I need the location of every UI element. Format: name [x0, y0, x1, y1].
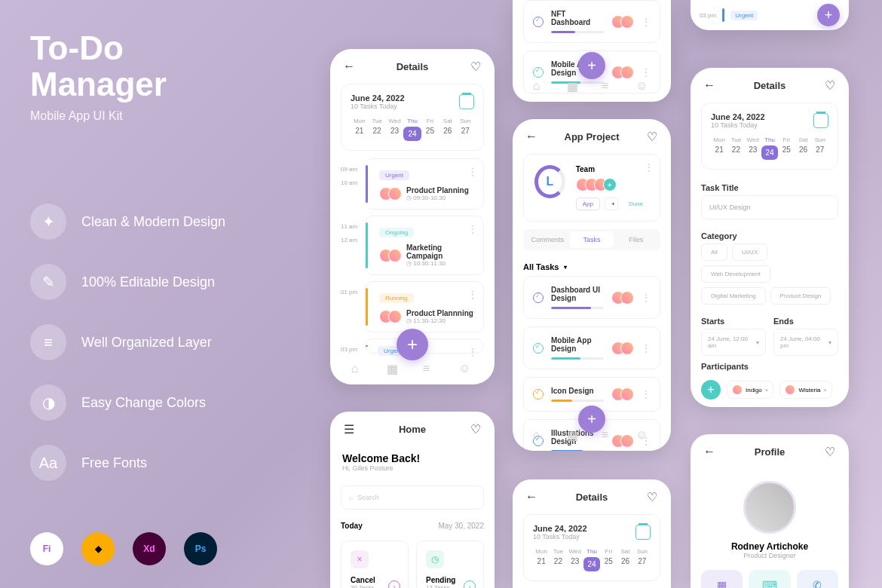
- more-icon[interactable]: ⋮: [645, 162, 654, 173]
- day-cell[interactable]: Sun27: [812, 136, 828, 160]
- category-chip[interactable]: UI/UX: [732, 243, 767, 261]
- feature-text: 100% Editable Design: [81, 274, 215, 290]
- nav-home-icon[interactable]: ⌂: [351, 362, 366, 377]
- back-icon[interactable]: ←: [525, 130, 538, 143]
- nav-list-icon[interactable]: ≡: [423, 362, 438, 377]
- task-card[interactable]: Running ⋮ Product Plannning◷ 11:30-12:30: [365, 281, 484, 332]
- nav-home-icon[interactable]: ⌂: [533, 428, 548, 443]
- close-icon: ×: [351, 550, 369, 568]
- calendar-icon[interactable]: [813, 113, 828, 128]
- nav-home-icon[interactable]: ⌂: [533, 79, 548, 94]
- tab-tasks[interactable]: Tasks: [570, 231, 614, 248]
- day-cell[interactable]: Fri25: [600, 548, 617, 571]
- more-icon[interactable]: ⋮: [468, 289, 477, 300]
- day-cell[interactable]: Sat26: [795, 136, 811, 160]
- day-cell[interactable]: Mon21: [351, 118, 368, 141]
- nav-profile-icon[interactable]: ☺: [635, 428, 651, 443]
- back-icon[interactable]: ←: [342, 60, 356, 73]
- day-cell[interactable]: Tue22: [368, 118, 385, 141]
- tab-comments[interactable]: Comments: [525, 231, 570, 248]
- nav-list-icon[interactable]: ≡: [602, 428, 617, 443]
- day-cell[interactable]: Fri25: [421, 118, 439, 141]
- day-cell[interactable]: Tue22: [727, 136, 744, 160]
- day-cell[interactable]: Sun27: [634, 548, 651, 571]
- task-item[interactable]: NFT Dashboard ⋮: [523, 0, 660, 43]
- task-item[interactable]: Mobile App Design ⋮: [523, 326, 660, 369]
- profile-action-calendar[interactable]: ▦ Calendar: [701, 570, 743, 588]
- cancel-card[interactable]: × Cancel 30 Tasks ›: [341, 541, 409, 588]
- bell-icon[interactable]: ♡: [823, 78, 837, 92]
- category-label: Category: [691, 225, 849, 243]
- bell-icon[interactable]: ♡: [645, 130, 659, 143]
- screen-title: Details: [576, 492, 608, 503]
- bell-icon[interactable]: ♡: [645, 490, 659, 504]
- more-icon[interactable]: ⋮: [468, 167, 477, 177]
- search-input[interactable]: ⌕Search: [341, 485, 484, 510]
- all-tasks-label[interactable]: All Tasks▾: [513, 258, 671, 276]
- more-icon[interactable]: ⋮: [468, 224, 477, 234]
- category-chip[interactable]: Digital Marketing: [701, 287, 766, 305]
- team-card: L Team + App + Done ⋮: [523, 154, 660, 222]
- menu-icon[interactable]: ☰: [342, 422, 356, 436]
- task-item[interactable]: Dashboard UI Design ⋮: [523, 276, 660, 319]
- day-cell[interactable]: Thu24: [403, 118, 421, 141]
- day-cell[interactable]: Wed23: [745, 136, 761, 160]
- profile-action-chat[interactable]: ⌨ Chat: [749, 570, 790, 588]
- pending-card[interactable]: ◷ Pending 13 Tasks ›: [416, 541, 484, 588]
- nav-calendar-icon[interactable]: ▦: [387, 362, 402, 377]
- day-cell[interactable]: Sat26: [439, 118, 456, 141]
- nav-calendar-icon[interactable]: ▦: [567, 79, 582, 94]
- add-member-icon[interactable]: +: [603, 178, 617, 191]
- nav-profile-icon[interactable]: ☺: [635, 79, 651, 94]
- day-cell[interactable]: Tue22: [550, 548, 566, 571]
- check-icon[interactable]: [533, 343, 544, 354]
- add-participant-icon[interactable]: +: [701, 380, 721, 400]
- more-icon[interactable]: ⋮: [642, 343, 651, 354]
- nav-calendar-icon[interactable]: ▦: [567, 428, 582, 443]
- day-cell[interactable]: Thu24: [583, 548, 600, 571]
- calendar-icon[interactable]: [635, 525, 651, 540]
- bell-icon[interactable]: ♡: [823, 445, 837, 458]
- day-cell[interactable]: Mon21: [711, 136, 727, 160]
- task-card[interactable]: Urgent ⋮ Product Planning◷ 09:30-10:30: [365, 158, 484, 210]
- add-chip-icon[interactable]: +: [605, 198, 618, 210]
- profile-action-calls[interactable]: ✆ Calls: [797, 570, 838, 588]
- check-icon[interactable]: [533, 292, 544, 303]
- bell-icon[interactable]: ♡: [469, 422, 482, 436]
- tab-files[interactable]: Files: [614, 231, 658, 248]
- more-icon[interactable]: ⋮: [642, 17, 651, 27]
- screen-title: Home: [399, 424, 426, 435]
- ends-select[interactable]: 24 June, 04:00 pm▾: [773, 329, 838, 356]
- profile-avatar[interactable]: [743, 481, 796, 534]
- participant-chip[interactable]: Wisteria×: [779, 381, 832, 399]
- screen-home: ☰ Home ♡ Welcome Back! Hi, Giles Posture…: [330, 412, 495, 588]
- day-cell[interactable]: Wed23: [567, 548, 583, 571]
- day-cell[interactable]: Mon21: [533, 548, 550, 571]
- back-icon[interactable]: ←: [703, 78, 716, 92]
- nav-profile-icon[interactable]: ☺: [458, 362, 473, 377]
- calendar-icon[interactable]: [459, 94, 474, 109]
- day-cell[interactable]: Sat26: [617, 548, 633, 571]
- day-cell[interactable]: Wed23: [386, 118, 403, 141]
- bell-icon[interactable]: ♡: [469, 60, 482, 73]
- category-chip[interactable]: Web Development: [701, 265, 770, 283]
- day-cell[interactable]: Fri25: [778, 136, 795, 160]
- check-icon[interactable]: [533, 17, 544, 27]
- starts-select[interactable]: 24 June, 12:00 am▾: [701, 329, 766, 356]
- fab-add[interactable]: +: [817, 4, 840, 26]
- more-icon[interactable]: ⋮: [642, 389, 651, 400]
- participant-chip[interactable]: Indigo×: [727, 381, 773, 399]
- category-chip[interactable]: All: [701, 243, 727, 261]
- check-icon[interactable]: [533, 389, 544, 400]
- task-title-input[interactable]: UI/UX Design: [701, 195, 838, 219]
- day-cell[interactable]: Thu24: [761, 136, 778, 160]
- nav-list-icon[interactable]: ≡: [602, 79, 617, 94]
- day-cell[interactable]: Sun27: [457, 118, 474, 141]
- back-icon[interactable]: ←: [703, 445, 716, 458]
- more-icon[interactable]: ⋮: [642, 292, 651, 303]
- category-chip[interactable]: Product Design: [770, 287, 831, 305]
- task-card[interactable]: Ongoing ⋮ Marketing Campaign◷ 10:30-11:3…: [365, 216, 484, 275]
- feature-item: ◑Easy Change Colors: [30, 384, 225, 421]
- app-chip[interactable]: App: [576, 198, 600, 210]
- back-icon[interactable]: ←: [525, 490, 538, 504]
